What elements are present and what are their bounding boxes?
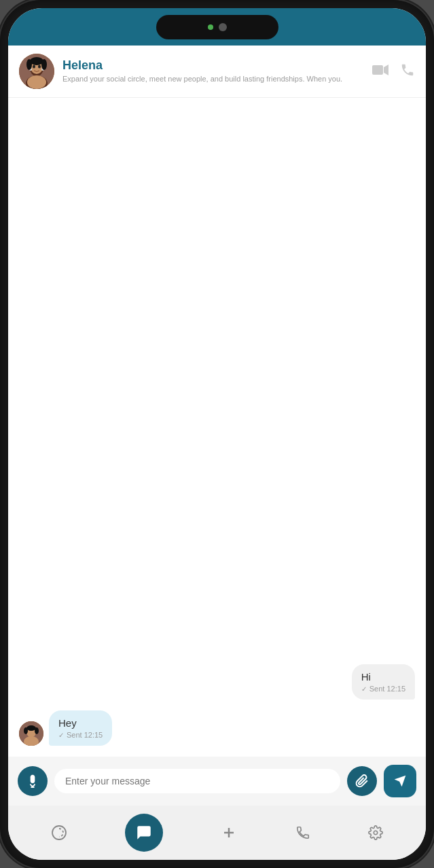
attach-button[interactable] (347, 766, 377, 796)
contact-status: Expand your social circle, meet new peop… (62, 74, 372, 84)
header-actions (372, 62, 415, 80)
check-received-icon: ✓ (58, 731, 64, 739)
nav-item-settings[interactable] (368, 825, 383, 840)
message-received: Hey ✓ Sent 12:15 (19, 710, 415, 746)
nav-item-home[interactable] (51, 825, 67, 841)
avatar[interactable] (19, 54, 54, 89)
received-message-time: Sent 12:15 (67, 731, 103, 739)
svg-point-19 (35, 727, 39, 734)
check-icon: ✓ (361, 685, 367, 693)
svg-rect-12 (372, 65, 383, 75)
svg-point-25 (374, 831, 378, 835)
mic-button[interactable] (18, 766, 48, 796)
header-info: Helena Expand your social circle, meet n… (62, 58, 372, 84)
svg-point-10 (26, 59, 32, 70)
received-message-meta: ✓ Sent 12:15 (58, 731, 103, 739)
message-sent: Hi ✓ Sent 12:15 (19, 664, 415, 700)
svg-point-11 (41, 59, 47, 70)
svg-marker-13 (384, 65, 388, 75)
svg-point-9 (30, 57, 43, 65)
chat-area[interactable]: Hi ✓ Sent 12:15 (8, 98, 426, 757)
received-message-text: Hey (58, 717, 103, 729)
bubble-received: Hey ✓ Sent 12:15 (49, 710, 112, 746)
notch (156, 15, 278, 39)
bubble-sent: Hi ✓ Sent 12:15 (352, 664, 415, 700)
video-call-icon[interactable] (372, 63, 389, 79)
nav-item-add[interactable] (221, 825, 237, 841)
message-input[interactable] (54, 769, 340, 793)
chat-header: Helena Expand your social circle, meet n… (8, 46, 426, 98)
svg-point-22 (52, 826, 66, 839)
input-area (8, 757, 426, 806)
phone-call-icon[interactable] (400, 62, 415, 80)
small-avatar (19, 721, 43, 746)
svg-point-8 (38, 65, 41, 69)
status-bar (8, 8, 426, 46)
messages-container: Hi ✓ Sent 12:15 (19, 664, 415, 746)
phone-frame: Helena Expand your social circle, meet n… (0, 0, 434, 868)
svg-point-4 (27, 75, 46, 89)
sent-message-meta: ✓ Sent 12:15 (361, 685, 405, 693)
contact-name: Helena (62, 58, 372, 73)
bottom-nav (8, 806, 426, 860)
svg-point-18 (24, 727, 28, 734)
send-button[interactable] (384, 765, 416, 797)
phone-inner: Helena Expand your social circle, meet n… (8, 8, 426, 860)
nav-item-calls[interactable] (295, 825, 310, 840)
svg-point-17 (26, 725, 36, 731)
speaker-dot-icon (219, 23, 227, 31)
svg-point-7 (33, 65, 35, 69)
camera-dot-icon (208, 24, 213, 30)
nav-item-messages[interactable] (125, 814, 163, 852)
sent-message-text: Hi (361, 671, 405, 683)
sent-message-time: Sent 12:15 (369, 685, 405, 693)
